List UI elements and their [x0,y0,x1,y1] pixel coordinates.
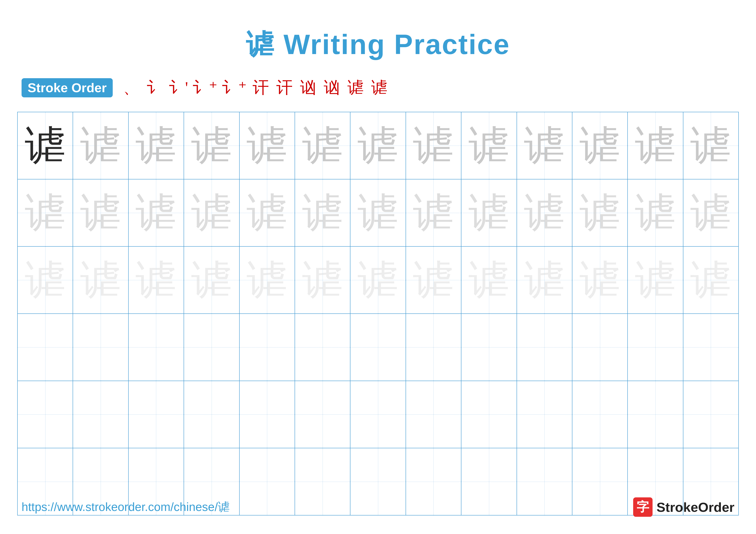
character-display: 谑 [469,192,509,233]
grid-cell-empty[interactable] [406,381,461,448]
stroke-step-10: 谑 [346,77,365,99]
character-display: 谑 [191,260,232,300]
stroke-step-4: 讠⁺ [192,77,217,99]
grid-cell[interactable]: 谑 [683,247,738,314]
grid-cell[interactable]: 谑 [628,112,683,179]
stroke-step-1: 、 [121,78,141,98]
grid-cell[interactable]: 谑 [184,112,239,179]
grid-cell[interactable]: 谑 [184,179,239,246]
grid-cell[interactable]: 谑 [350,112,406,179]
footer-link[interactable]: https://www.strokeorder.com/chinese/谑 [21,499,230,515]
grid-cell[interactable]: 谑 [129,112,184,179]
grid-cell[interactable]: 谑 [461,179,517,246]
grid-cell[interactable]: 谑 [683,112,738,179]
grid-cell-empty[interactable] [517,381,572,448]
grid-cell-empty[interactable] [18,314,73,381]
grid-cell[interactable]: 谑 [406,247,461,314]
grid-cell-empty[interactable] [129,314,184,381]
grid-cell-empty[interactable] [73,381,128,448]
stroke-step-3: 讠' [169,77,188,99]
grid-cell[interactable]: 谑 [295,112,350,179]
grid-cell-empty[interactable] [295,381,350,448]
grid-cell[interactable]: 谑 [628,247,683,314]
grid-cell-empty[interactable] [350,381,406,448]
grid-cell[interactable]: 谑 [295,179,350,246]
grid-cell[interactable]: 谑 [517,179,572,246]
grid-cell-empty[interactable] [461,381,517,448]
grid-cell[interactable]: 谑 [73,247,128,314]
grid-cell[interactable]: 谑 [240,247,295,314]
grid-cell-empty[interactable] [184,314,239,381]
grid-cell-empty[interactable] [628,314,683,381]
grid-cell-empty[interactable] [129,381,184,448]
character-display: 谑 [247,260,287,300]
character-display: 谑 [635,260,676,300]
grid-cell[interactable]: 谑 [240,179,295,246]
character-display: 谑 [80,260,121,300]
character-display: 谑 [524,260,565,300]
grid-cell[interactable]: 谑 [184,247,239,314]
grid-cell[interactable]: 谑 [461,112,517,179]
grid-cell[interactable]: 谑 [129,179,184,246]
stroke-step-5: 讠⁺ [222,77,247,99]
stroke-order-badge: Stroke Order [21,78,113,97]
grid-cell[interactable]: 谑 [461,247,517,314]
character-display: 谑 [247,192,287,233]
grid-cell-empty[interactable] [461,314,517,381]
grid-cell[interactable]: 谑 [18,247,73,314]
stroke-step-6: 讦 [251,77,270,99]
stroke-step-2: 讠 [145,77,164,99]
grid-row-3: 谑 谑 谑 谑 谑 谑 谑 谑 谑 谑 谑 谑 [18,247,738,314]
practice-grid: 谑 谑 谑 谑 谑 谑 谑 谑 谑 谑 谑 谑 [17,112,739,516]
grid-cell[interactable]: 谑 [572,247,628,314]
grid-cell-empty[interactable] [406,314,461,381]
grid-cell-empty[interactable] [240,381,295,448]
character-display: 谑 [690,260,731,300]
character-display: 谑 [413,260,454,300]
grid-row-5 [18,381,738,448]
grid-cell-empty[interactable] [18,381,73,448]
grid-cell[interactable]: 谑 [406,179,461,246]
grid-cell[interactable]: 谑 [73,179,128,246]
stroke-order-row: Stroke Order 、 讠 讠' 讠⁺ 讠⁺ 讦 讦 讻 讻 谑 谑 [21,77,756,99]
grid-cell[interactable]: 谑 [73,112,128,179]
grid-cell[interactable]: 谑 [350,247,406,314]
grid-cell-empty[interactable] [683,381,738,448]
grid-cell[interactable]: 谑 [18,112,73,179]
character-display: 谑 [136,192,176,233]
character-display: 谑 [690,125,731,166]
grid-cell[interactable]: 谑 [572,179,628,246]
grid-cell-empty[interactable] [572,381,628,448]
grid-cell-empty[interactable] [240,314,295,381]
character-display: 谑 [80,192,121,233]
character-display: 谑 [580,125,620,166]
grid-cell[interactable]: 谑 [628,179,683,246]
grid-cell-empty[interactable] [683,314,738,381]
grid-cell[interactable]: 谑 [572,112,628,179]
grid-cell[interactable]: 谑 [517,112,572,179]
stroke-step-7: 讦 [275,77,294,99]
grid-cell[interactable]: 谑 [350,179,406,246]
character-display: 谑 [25,192,66,233]
grid-cell-empty[interactable] [572,314,628,381]
grid-cell-empty[interactable] [184,381,239,448]
stroke-step-9: 讻 [322,77,341,99]
grid-cell-empty[interactable] [517,314,572,381]
grid-cell[interactable]: 谑 [683,179,738,246]
grid-cell[interactable]: 谑 [18,179,73,246]
grid-cell[interactable]: 谑 [406,112,461,179]
character-display: 谑 [358,192,398,233]
grid-cell-empty[interactable] [73,314,128,381]
strokeorder-logo-text: StrokeOrder [657,499,735,515]
grid-cell[interactable]: 谑 [240,112,295,179]
grid-cell-empty[interactable] [350,314,406,381]
page-title: 谑 Writing Practice [0,26,756,64]
grid-cell-empty[interactable] [295,314,350,381]
character-display: 谑 [302,260,343,300]
grid-cell[interactable]: 谑 [517,247,572,314]
grid-cell[interactable]: 谑 [295,247,350,314]
stroke-step-8: 讻 [298,77,318,99]
grid-cell[interactable]: 谑 [129,247,184,314]
character-display: 谑 [191,192,232,233]
grid-cell-empty[interactable] [628,381,683,448]
